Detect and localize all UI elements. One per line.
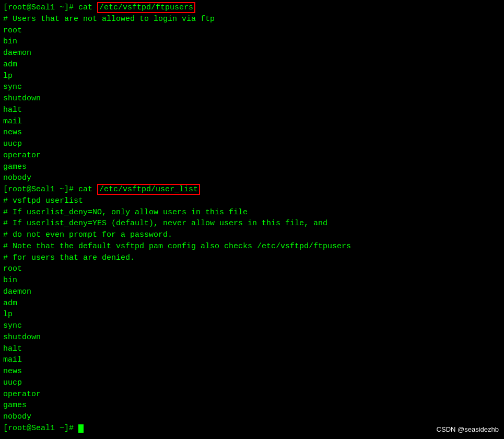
- line-2: # Users that are not allowed to login vi…: [3, 14, 501, 25]
- line-27: adm: [3, 298, 501, 309]
- line-34: uucp: [3, 377, 501, 389]
- line-31: halt: [3, 343, 501, 355]
- line-26: daemon: [3, 286, 501, 298]
- line-19: # If userlist_deny=NO, only allow users …: [3, 207, 501, 218]
- line-33: news: [3, 366, 501, 377]
- line-35: operator: [3, 389, 501, 400]
- prompt-2: [root@Seal1 ~]# cat: [3, 185, 97, 194]
- line-32: mail: [3, 354, 501, 366]
- line-12: news: [3, 127, 501, 138]
- line-11: mail: [3, 116, 501, 128]
- line-14: operator: [3, 150, 501, 161]
- line-13: uucp: [3, 138, 501, 150]
- terminal: [root@Seal1 ~]# cat /etc/vsftpd/ftpusers…: [0, 0, 504, 439]
- watermark: CSDN @seasidezhb: [437, 425, 499, 435]
- line-24: root: [3, 263, 501, 275]
- line-4: bin: [3, 36, 501, 48]
- line-15: games: [3, 161, 501, 173]
- line-9: shutdown: [3, 93, 501, 105]
- line-18: # vsftpd userlist: [3, 195, 501, 207]
- line-37: nobody: [3, 411, 501, 423]
- line-10: halt: [3, 105, 501, 116]
- line-final: [root@Seal1 ~]#: [3, 423, 501, 434]
- line-20: # If userlist_deny=YES (default), never …: [3, 218, 501, 229]
- prompt-1: [root@Seal1 ~]# cat: [3, 3, 97, 12]
- line-28: lp: [3, 309, 501, 320]
- highlight-ftpusers: /etc/vsftpd/ftpusers: [97, 2, 195, 13]
- line-36: games: [3, 400, 501, 411]
- cursor: [78, 424, 84, 433]
- line-23: # for users that are denied.: [3, 252, 501, 264]
- line-3: root: [3, 25, 501, 37]
- line-1: [root@Seal1 ~]# cat /etc/vsftpd/ftpusers: [3, 2, 501, 14]
- line-22: # Note that the default vsftpd pam confi…: [3, 241, 501, 252]
- line-17: [root@Seal1 ~]# cat /etc/vsftpd/user_lis…: [3, 184, 501, 195]
- highlight-userlist: /etc/vsftpd/user_list: [97, 184, 200, 195]
- line-7: lp: [3, 71, 501, 82]
- line-5: daemon: [3, 48, 501, 59]
- prompt-final: [root@Seal1 ~]#: [3, 424, 78, 433]
- line-6: adm: [3, 59, 501, 71]
- line-29: sync: [3, 320, 501, 332]
- line-30: shutdown: [3, 332, 501, 343]
- line-16: nobody: [3, 172, 501, 184]
- line-8: sync: [3, 82, 501, 93]
- line-25: bin: [3, 275, 501, 286]
- line-21: # do not even prompt for a password.: [3, 229, 501, 241]
